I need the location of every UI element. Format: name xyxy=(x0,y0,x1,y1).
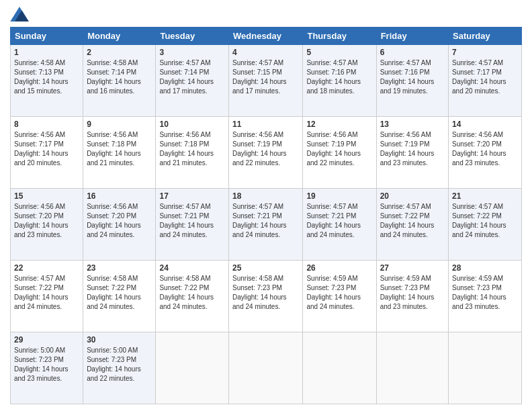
day-info: Sunrise: 4:56 AM Sunset: 7:20 PM Dayligh… xyxy=(87,202,152,240)
day-header-friday: Friday xyxy=(376,28,448,45)
calendar-cell: 7Sunrise: 4:57 AM Sunset: 7:17 PM Daylig… xyxy=(449,45,522,117)
day-info: Sunrise: 4:57 AM Sunset: 7:16 PM Dayligh… xyxy=(306,58,372,96)
calendar-cell: 27Sunrise: 4:59 AM Sunset: 7:23 PM Dayli… xyxy=(376,261,448,332)
day-number: 27 xyxy=(380,263,445,273)
day-number: 10 xyxy=(159,120,225,129)
calendar-cell: 24Sunrise: 4:58 AM Sunset: 7:22 PM Dayli… xyxy=(156,261,229,332)
day-number: 13 xyxy=(380,120,445,129)
calendar-cell: 8Sunrise: 4:56 AM Sunset: 7:17 PM Daylig… xyxy=(11,117,83,189)
calendar-cell: 30Sunrise: 5:00 AM Sunset: 7:23 PM Dayli… xyxy=(83,332,156,404)
day-info: Sunrise: 4:59 AM Sunset: 7:23 PM Dayligh… xyxy=(306,274,372,312)
day-info: Sunrise: 4:57 AM Sunset: 7:21 PM Dayligh… xyxy=(232,202,299,240)
day-info: Sunrise: 4:58 AM Sunset: 7:14 PM Dayligh… xyxy=(87,58,152,96)
calendar-week-row: 15Sunrise: 4:56 AM Sunset: 7:20 PM Dayli… xyxy=(11,189,522,261)
day-number: 4 xyxy=(232,48,299,57)
day-info: Sunrise: 4:57 AM Sunset: 7:22 PM Dayligh… xyxy=(452,202,518,240)
day-info: Sunrise: 4:57 AM Sunset: 7:16 PM Dayligh… xyxy=(380,58,445,96)
calendar-cell: 9Sunrise: 4:56 AM Sunset: 7:18 PM Daylig… xyxy=(83,117,156,189)
day-number: 17 xyxy=(159,191,225,201)
day-number: 25 xyxy=(232,263,299,273)
day-info: Sunrise: 4:56 AM Sunset: 7:18 PM Dayligh… xyxy=(87,130,152,168)
day-header-wednesday: Wednesday xyxy=(229,28,303,45)
day-info: Sunrise: 4:56 AM Sunset: 7:20 PM Dayligh… xyxy=(452,130,518,168)
day-number: 3 xyxy=(159,48,225,57)
day-header-saturday: Saturday xyxy=(449,28,522,45)
calendar-cell xyxy=(303,332,376,404)
calendar-cell: 18Sunrise: 4:57 AM Sunset: 7:21 PM Dayli… xyxy=(229,189,303,261)
calendar-cell: 20Sunrise: 4:57 AM Sunset: 7:22 PM Dayli… xyxy=(376,189,448,261)
calendar-week-row: 1Sunrise: 4:58 AM Sunset: 7:13 PM Daylig… xyxy=(11,45,522,117)
day-number: 16 xyxy=(87,191,152,201)
day-number: 26 xyxy=(306,263,372,273)
day-info: Sunrise: 5:00 AM Sunset: 7:23 PM Dayligh… xyxy=(87,346,152,383)
day-info: Sunrise: 4:57 AM Sunset: 7:21 PM Dayligh… xyxy=(159,202,225,240)
day-info: Sunrise: 4:56 AM Sunset: 7:17 PM Dayligh… xyxy=(14,130,79,168)
calendar-cell: 28Sunrise: 4:59 AM Sunset: 7:23 PM Dayli… xyxy=(449,261,522,332)
logo-icon xyxy=(10,7,29,21)
calendar-cell: 16Sunrise: 4:56 AM Sunset: 7:20 PM Dayli… xyxy=(83,189,156,261)
calendar-cell: 23Sunrise: 4:58 AM Sunset: 7:22 PM Dayli… xyxy=(83,261,156,332)
calendar-cell: 2Sunrise: 4:58 AM Sunset: 7:14 PM Daylig… xyxy=(83,45,156,117)
day-number: 24 xyxy=(159,263,225,273)
day-number: 18 xyxy=(232,191,299,201)
calendar-cell xyxy=(229,332,303,404)
day-info: Sunrise: 4:59 AM Sunset: 7:23 PM Dayligh… xyxy=(452,274,518,312)
day-number: 30 xyxy=(87,335,152,345)
day-header-monday: Monday xyxy=(83,28,156,45)
day-info: Sunrise: 4:57 AM Sunset: 7:14 PM Dayligh… xyxy=(159,58,225,96)
calendar-cell xyxy=(449,332,522,404)
day-number: 21 xyxy=(452,191,518,201)
calendar-week-row: 29Sunrise: 5:00 AM Sunset: 7:23 PM Dayli… xyxy=(11,332,522,404)
calendar-cell: 29Sunrise: 5:00 AM Sunset: 7:23 PM Dayli… xyxy=(11,332,83,404)
calendar-cell: 4Sunrise: 4:57 AM Sunset: 7:15 PM Daylig… xyxy=(229,45,303,117)
calendar-cell xyxy=(156,332,229,404)
day-info: Sunrise: 4:58 AM Sunset: 7:22 PM Dayligh… xyxy=(87,274,152,312)
calendar-cell: 12Sunrise: 4:56 AM Sunset: 7:19 PM Dayli… xyxy=(303,117,376,189)
day-number: 19 xyxy=(306,191,372,201)
day-number: 28 xyxy=(452,263,518,273)
calendar-cell: 17Sunrise: 4:57 AM Sunset: 7:21 PM Dayli… xyxy=(156,189,229,261)
day-number: 23 xyxy=(87,263,152,273)
day-number: 8 xyxy=(14,120,79,129)
day-info: Sunrise: 4:57 AM Sunset: 7:22 PM Dayligh… xyxy=(380,202,445,240)
header xyxy=(10,7,522,21)
day-number: 15 xyxy=(14,191,79,201)
calendar-header-row: SundayMondayTuesdayWednesdayThursdayFrid… xyxy=(11,28,522,45)
logo xyxy=(10,7,32,21)
calendar-table: SundayMondayTuesdayWednesdayThursdayFrid… xyxy=(10,27,522,404)
day-info: Sunrise: 4:56 AM Sunset: 7:20 PM Dayligh… xyxy=(14,202,79,240)
calendar-cell: 1Sunrise: 4:58 AM Sunset: 7:13 PM Daylig… xyxy=(11,45,83,117)
calendar-cell xyxy=(376,332,448,404)
day-number: 1 xyxy=(14,48,79,57)
calendar-cell: 14Sunrise: 4:56 AM Sunset: 7:20 PM Dayli… xyxy=(449,117,522,189)
day-info: Sunrise: 4:56 AM Sunset: 7:19 PM Dayligh… xyxy=(306,130,372,168)
day-info: Sunrise: 4:58 AM Sunset: 7:23 PM Dayligh… xyxy=(232,274,299,312)
day-info: Sunrise: 5:00 AM Sunset: 7:23 PM Dayligh… xyxy=(14,346,79,383)
day-header-thursday: Thursday xyxy=(303,28,376,45)
calendar-cell: 10Sunrise: 4:56 AM Sunset: 7:18 PM Dayli… xyxy=(156,117,229,189)
day-number: 12 xyxy=(306,120,372,129)
calendar-cell: 15Sunrise: 4:56 AM Sunset: 7:20 PM Dayli… xyxy=(11,189,83,261)
day-number: 22 xyxy=(14,263,79,273)
day-info: Sunrise: 4:59 AM Sunset: 7:23 PM Dayligh… xyxy=(380,274,445,312)
day-number: 5 xyxy=(306,48,372,57)
calendar-cell: 5Sunrise: 4:57 AM Sunset: 7:16 PM Daylig… xyxy=(303,45,376,117)
calendar-cell: 21Sunrise: 4:57 AM Sunset: 7:22 PM Dayli… xyxy=(449,189,522,261)
calendar-cell: 19Sunrise: 4:57 AM Sunset: 7:21 PM Dayli… xyxy=(303,189,376,261)
day-info: Sunrise: 4:58 AM Sunset: 7:22 PM Dayligh… xyxy=(159,274,225,312)
day-header-tuesday: Tuesday xyxy=(156,28,229,45)
day-number: 29 xyxy=(14,335,79,345)
calendar-week-row: 22Sunrise: 4:57 AM Sunset: 7:22 PM Dayli… xyxy=(11,261,522,332)
day-info: Sunrise: 4:56 AM Sunset: 7:19 PM Dayligh… xyxy=(232,130,299,168)
day-info: Sunrise: 4:57 AM Sunset: 7:21 PM Dayligh… xyxy=(306,202,372,240)
day-number: 11 xyxy=(232,120,299,129)
day-info: Sunrise: 4:58 AM Sunset: 7:13 PM Dayligh… xyxy=(14,58,79,96)
calendar-week-row: 8Sunrise: 4:56 AM Sunset: 7:17 PM Daylig… xyxy=(11,117,522,189)
day-number: 6 xyxy=(380,48,445,57)
day-number: 9 xyxy=(87,120,152,129)
day-info: Sunrise: 4:57 AM Sunset: 7:17 PM Dayligh… xyxy=(452,58,518,96)
day-info: Sunrise: 4:56 AM Sunset: 7:18 PM Dayligh… xyxy=(159,130,225,168)
day-number: 7 xyxy=(452,48,518,57)
calendar-cell: 6Sunrise: 4:57 AM Sunset: 7:16 PM Daylig… xyxy=(376,45,448,117)
calendar-cell: 26Sunrise: 4:59 AM Sunset: 7:23 PM Dayli… xyxy=(303,261,376,332)
